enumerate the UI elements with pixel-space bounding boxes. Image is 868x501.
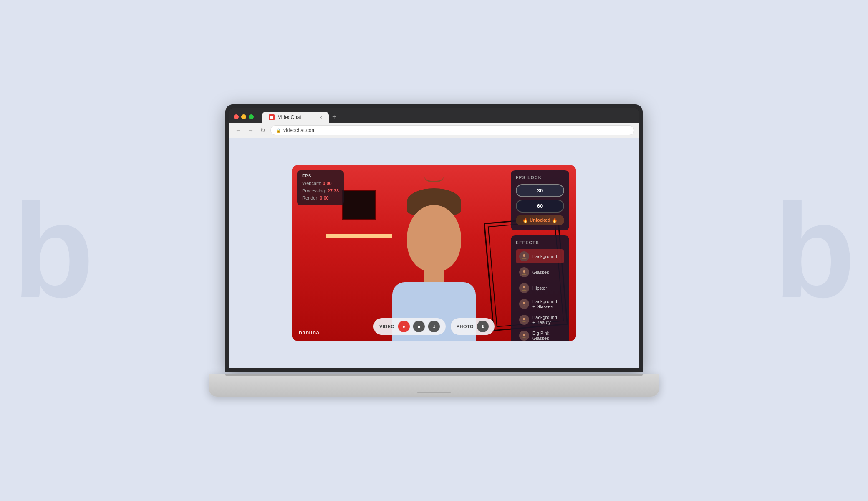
traffic-light-close[interactable] [234,114,239,119]
fps-processing-value: 27.33 [328,188,339,193]
effect-label-big-pink: Big Pink Glasses [532,331,561,341]
tab-title: VideoChat [278,114,301,120]
download-icon: ⬇ [432,324,436,329]
right-panel: FPS LOCK 30 60 🔥 Unlocked 🔥 EFFECTS [511,170,569,341]
bg-watermark-left: b [13,184,94,317]
fps-overlay-title: FPS [302,174,339,178]
svg-point-3 [523,286,525,288]
effect-avatar-bg-beauty [519,315,529,325]
back-button[interactable]: ← [234,126,243,134]
effect-label-hipster: Hipster [532,286,547,291]
tab-favicon-icon [269,114,275,120]
fps-webcam-value: 0.00 [323,181,331,186]
bg-watermark-right: b [774,184,855,317]
fps-lock-card: FPS LOCK 30 60 🔥 Unlocked 🔥 [511,170,569,230]
browser-chrome: VideoChat × + ← → ↻ 🔒 videochat.com [229,108,639,138]
fps-60-button[interactable]: 60 [516,200,564,213]
address-url: videochat.com [283,127,315,133]
effect-item-bg-glasses[interactable]: Background + Glasses [516,297,564,311]
laptop-lid: VideoChat × + ← → ↻ 🔒 videochat.com [225,104,643,372]
browser-titlebar: VideoChat × + [229,108,639,123]
svg-point-5 [523,318,525,320]
fps-webcam-label: Webcam: [302,181,321,186]
fps-30-button[interactable]: 30 [516,184,564,197]
browser-content: FPS Webcam: 0.00 Processing: 27.33 Rende… [229,138,639,368]
effect-item-hipster[interactable]: Hipster [516,281,564,295]
traffic-lights [234,114,254,119]
effect-item-big-pink[interactable]: Big Pink Glasses [516,329,564,341]
fps-overlay: FPS Webcam: 0.00 Processing: 27.33 Rende… [297,170,344,205]
effect-avatar-big-pink [519,331,529,341]
laptop-shell: VideoChat × + ← → ↻ 🔒 videochat.com [225,104,643,397]
fps-processing-label: Processing: [302,188,326,193]
svg-point-1 [523,254,525,257]
photo-controls-pill: PHOTO ⬇ [451,318,495,335]
photo-download-icon: ⬇ [481,324,484,329]
tab-close-button[interactable]: × [320,115,322,120]
effect-avatar-glasses [519,267,529,277]
effect-label-background: Background [532,254,557,259]
record-icon: ● [403,324,405,329]
video-download-button[interactable]: ⬇ [428,321,440,332]
laptop-base [209,374,659,397]
effects-list: Background [516,249,564,341]
effect-item-bg-beauty[interactable]: Background + Beauty [516,313,564,327]
traffic-light-maximize[interactable] [249,114,254,119]
fps-processing-row: Processing: 27.33 [302,187,339,195]
fps-webcam-row: Webcam: 0.00 [302,180,339,187]
browser-toolbar: ← → ↻ 🔒 videochat.com [229,123,639,138]
video-controls-pill: VIDEO ● ■ ⬇ [373,318,446,335]
stop-icon: ■ [418,324,420,329]
photo-download-button[interactable]: ⬇ [477,321,489,332]
new-tab-button[interactable]: + [329,111,339,123]
stop-button[interactable]: ■ [413,321,425,332]
svg-point-2 [523,270,525,273]
unlocked-button[interactable]: 🔥 Unlocked 🔥 [516,215,564,225]
videochat-app: FPS Webcam: 0.00 Processing: 27.33 Rende… [229,138,639,368]
browser-tab-active[interactable]: VideoChat × [262,112,329,123]
effect-item-glasses[interactable]: Glasses [516,265,564,279]
person-neck [424,268,444,284]
effect-avatar-background [519,251,529,261]
forward-button[interactable]: → [246,126,255,134]
effect-item-background[interactable]: Background [516,249,564,263]
fps-render-label: Render: [302,195,318,200]
laptop-notch [417,392,451,393]
person-head [407,205,461,272]
video-controls: VIDEO ● ■ ⬇ [373,318,495,335]
effect-label-glasses: Glasses [532,270,549,275]
svg-point-4 [523,302,525,304]
banuba-watermark: banuba [299,329,319,336]
video-label: VIDEO [379,324,395,329]
effects-title: EFFECTS [516,240,564,245]
address-bar[interactable]: 🔒 videochat.com [270,125,634,135]
svg-point-6 [523,334,525,336]
traffic-light-minimize[interactable] [241,114,246,119]
effect-label-bg-glasses: Background + Glasses [532,299,561,309]
refresh-button[interactable]: ↻ [259,126,267,134]
effects-card: EFFECTS [511,235,569,341]
record-button[interactable]: ● [398,321,410,332]
svg-point-0 [270,116,273,119]
photo-label: PHOTO [457,324,474,329]
fps-render-row: Render: 0.00 [302,195,339,202]
fps-lock-title: FPS LOCK [516,175,564,180]
video-container: FPS Webcam: 0.00 Processing: 27.33 Rende… [292,165,576,341]
effect-label-bg-beauty: Background + Beauty [532,315,561,325]
effect-avatar-hipster [519,283,529,293]
effect-avatar-bg-glasses [519,299,529,309]
address-lock-icon: 🔒 [276,128,281,133]
screen-bezel: VideoChat × + ← → ↻ 🔒 videochat.com [229,108,639,368]
laptop-hinge [225,374,643,376]
fps-render-value: 0.00 [320,195,328,200]
browser-tabs: VideoChat × + [262,111,339,123]
